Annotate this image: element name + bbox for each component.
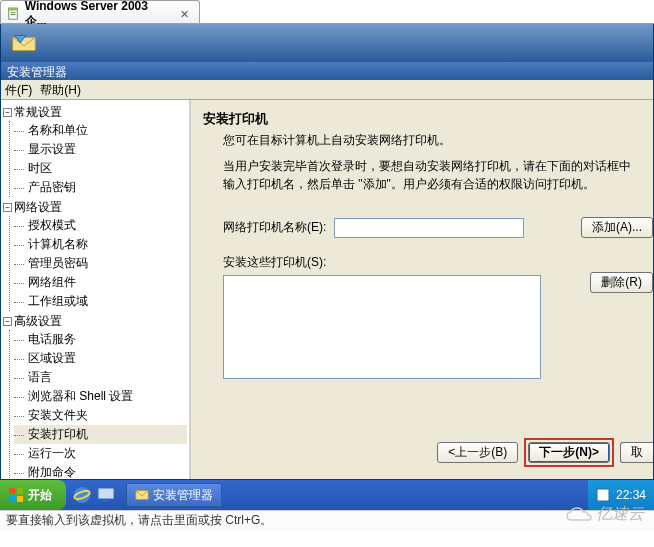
tree-item-computer-name[interactable]: 计算机名称	[14, 235, 187, 254]
svg-rect-8	[9, 496, 15, 502]
window-banner	[1, 24, 653, 62]
page-title: 安装打印机	[203, 110, 653, 128]
printer-name-label: 网络打印机名称(E):	[223, 219, 326, 236]
tree-item-admin-pw[interactable]: 管理员密码	[14, 254, 187, 273]
tree-group-advanced[interactable]: −高级设置	[3, 313, 187, 330]
tree-item-run-once[interactable]: 运行一次	[14, 444, 187, 463]
page-instructions: 当用户安装完毕首次登录时，要想自动安装网络打印机，请在下面的对话框中 输入打印机…	[203, 157, 653, 193]
svg-rect-2	[10, 12, 15, 13]
list-label: 安装这些打印机(S):	[203, 254, 653, 271]
svg-rect-3	[10, 14, 15, 15]
close-icon[interactable]: ✕	[180, 8, 189, 21]
svg-rect-13	[103, 500, 109, 502]
tree-item-additional-cmd[interactable]: 附加命令	[14, 463, 187, 479]
browser-tab-bar: Windows Server 2003 企... ✕	[0, 0, 654, 24]
taskbar-item[interactable]: 安装管理器	[126, 483, 222, 507]
tree-item-license[interactable]: 授权模式	[14, 216, 187, 235]
vm-status-bar: 要直接输入到该虚拟机，请点击里面或按 Ctrl+G。	[0, 510, 654, 530]
envelope-icon	[135, 488, 149, 502]
cloud-icon	[566, 507, 592, 523]
window-title: 安装管理器	[1, 62, 653, 80]
envelope-icon	[9, 31, 39, 55]
printer-name-input[interactable]	[334, 218, 524, 238]
browser-tab[interactable]: Windows Server 2003 企... ✕	[0, 0, 200, 23]
tree-item-product-key[interactable]: 产品密钥	[14, 178, 187, 197]
tree-item-regional[interactable]: 区域设置	[14, 349, 187, 368]
tree-item-workgroup[interactable]: 工作组或域	[14, 292, 187, 311]
tree-item-telephony[interactable]: 电话服务	[14, 330, 187, 349]
taskbar: 开始 安装管理器 22:34	[0, 480, 654, 510]
collapse-icon: −	[3, 317, 12, 326]
svg-rect-15	[597, 489, 609, 501]
collapse-icon: −	[3, 203, 12, 212]
next-button[interactable]: 下一步(N)>	[528, 442, 610, 463]
ie-icon[interactable]	[72, 485, 92, 505]
add-button[interactable]: 添加(A)...	[581, 217, 653, 238]
content-pane: 安装打印机 您可在目标计算机上自动安装网络打印机。 当用户安装完毕首次登录时，要…	[191, 100, 653, 479]
menu-help[interactable]: 帮助(H)	[40, 82, 81, 97]
printer-listbox[interactable]	[223, 275, 541, 379]
page-desc: 您可在目标计算机上自动安装网络打印机。	[203, 132, 653, 149]
app-window: 安装管理器 件(F) 帮助(H) −常规设置 名称和单位 显示设置 时区 产品密…	[0, 24, 654, 480]
desktop-icon[interactable]	[96, 485, 116, 505]
clock: 22:34	[616, 488, 646, 502]
tree-item-install-printer[interactable]: 安装打印机	[14, 425, 187, 444]
collapse-icon: −	[3, 108, 12, 117]
svg-rect-1	[9, 8, 18, 11]
menu-file[interactable]: 件(F)	[5, 82, 32, 97]
nav-tree: −常规设置 名称和单位 显示设置 时区 产品密钥 −网络设置 授权模式 计算机名…	[1, 100, 191, 479]
tree-item-net-components[interactable]: 网络组件	[14, 273, 187, 292]
tray-icon[interactable]	[596, 488, 610, 502]
tree-item-browser-shell[interactable]: 浏览器和 Shell 设置	[14, 387, 187, 406]
start-button[interactable]: 开始	[0, 480, 66, 510]
tree-item-language[interactable]: 语言	[14, 368, 187, 387]
tree-item-name-org[interactable]: 名称和单位	[14, 121, 187, 140]
tree-item-display[interactable]: 显示设置	[14, 140, 187, 159]
page-icon	[7, 7, 21, 21]
back-button[interactable]: <上一步(B)	[437, 442, 518, 463]
delete-button[interactable]: 删除(R)	[590, 272, 653, 293]
svg-rect-7	[17, 488, 23, 494]
tree-group-general[interactable]: −常规设置	[3, 104, 187, 121]
tree-item-install-folder[interactable]: 安装文件夹	[14, 406, 187, 425]
windows-logo-icon	[8, 487, 24, 503]
svg-rect-12	[98, 488, 114, 499]
quick-launch	[66, 485, 122, 505]
svg-rect-6	[9, 488, 15, 494]
highlight-box: 下一步(N)>	[524, 438, 614, 467]
svg-rect-9	[17, 496, 23, 502]
tree-group-network[interactable]: −网络设置	[3, 199, 187, 216]
wizard-nav: <上一步(B) 下一步(N)> 取	[437, 438, 653, 467]
watermark: 亿速云	[566, 504, 644, 525]
cancel-button[interactable]: 取	[620, 442, 653, 463]
tree-item-timezone[interactable]: 时区	[14, 159, 187, 178]
menu-bar: 件(F) 帮助(H)	[1, 80, 653, 100]
